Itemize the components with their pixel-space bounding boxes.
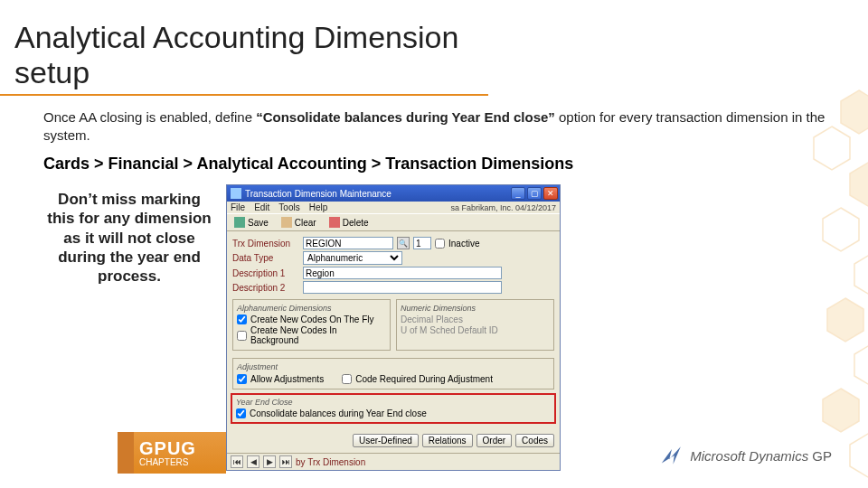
microsoft-dynamics-logo: Microsoft Dynamics GP	[659, 443, 832, 468]
svg-marker-0	[841, 90, 868, 134]
create-fly-checkbox[interactable]	[237, 314, 247, 324]
body-bold: “Consolidate balances during Year End cl…	[256, 109, 559, 125]
menu-edit[interactable]: Edit	[254, 202, 269, 212]
adjustment-title: Adjustment	[237, 362, 550, 371]
trx-dimension-label: Trx Dimension	[232, 239, 299, 249]
create-bg-checkbox[interactable]	[237, 331, 247, 341]
menu-help[interactable]: Help	[309, 202, 328, 212]
gpug-small: CHAPTERS	[139, 457, 226, 467]
clear-label: Clear	[295, 218, 316, 228]
clear-icon	[281, 217, 292, 228]
order-button[interactable]: Order	[476, 434, 513, 447]
menubar: File Edit Tools Help sa Fabrikam, Inc. 0…	[227, 202, 560, 213]
pager-label: by Trx Dimension	[296, 457, 365, 467]
delete-button[interactable]: Delete	[326, 216, 373, 229]
nav-first-letter: C	[43, 155, 55, 173]
delete-label: Delete	[343, 218, 369, 228]
menu-file[interactable]: File	[231, 202, 245, 212]
save-button[interactable]: Save	[231, 216, 272, 229]
inactive-label: Inactive	[448, 239, 479, 249]
relations-button[interactable]: Relations	[422, 434, 473, 447]
allow-adjustments-checkbox[interactable]	[237, 374, 247, 384]
adjustment-groupbox: Adjustment Allow Adjustments Code Requir…	[232, 358, 554, 389]
nav-rest: ards > Financial > Analytical Accounting…	[55, 155, 573, 173]
consolidate-label: Consolidate balances during Year End clo…	[250, 408, 427, 418]
body-pre: Once AA closing is enabled, define	[43, 109, 256, 125]
delete-icon	[329, 217, 340, 228]
data-type-select[interactable]: Alphanumeric	[303, 251, 402, 265]
menu-tools[interactable]: Tools	[278, 202, 299, 212]
decimal-places-label: Decimal Places	[401, 314, 463, 324]
window-title: Transaction Dimension Maintenance	[245, 189, 392, 199]
dialog-window: Transaction Dimension Maintenance _ ▢ ✕ …	[226, 184, 561, 471]
pager-last-icon[interactable]: ⏭	[279, 455, 292, 468]
pager-next-icon[interactable]: ▶	[263, 455, 276, 468]
titlebar: Transaction Dimension Maintenance _ ▢ ✕	[227, 185, 560, 202]
dynamics-icon	[659, 443, 684, 468]
yec-title: Year End Close	[236, 398, 551, 407]
description1-field[interactable]	[303, 267, 502, 279]
codes-button[interactable]: Codes	[515, 434, 554, 447]
close-button[interactable]: ✕	[543, 187, 558, 200]
slide-title: Analytical Accounting Dimension setup	[0, 0, 488, 96]
nav-path: Cards > Financial > Analytical Accountin…	[43, 155, 868, 174]
gpug-big: GPUG	[139, 439, 226, 457]
ms-suffix: GP	[808, 448, 832, 464]
toolbar: Save Clear Delete	[227, 213, 560, 231]
code-required-checkbox[interactable]	[342, 374, 352, 384]
uom-default-label: U of M Sched Default ID	[401, 325, 498, 335]
pager-prev-icon[interactable]: ◀	[247, 455, 259, 468]
callout-text: Don’t miss marking this for any dimensio…	[43, 184, 215, 471]
data-type-label: Data Type	[232, 253, 299, 263]
slide-body: Once AA closing is enabled, define “Cons…	[43, 108, 830, 144]
bottom-button-row: User-Defined Relations Order Codes	[227, 430, 560, 453]
highlighted-section: Year End Close Consolidate balances duri…	[231, 393, 556, 424]
minimize-button[interactable]: _	[511, 187, 525, 200]
save-label: Save	[248, 218, 269, 228]
description2-field[interactable]	[303, 281, 502, 294]
code-required-label: Code Required During Adjustment	[355, 374, 493, 384]
create-bg-label: Create New Codes In Background	[250, 325, 386, 345]
trx-dimension-field[interactable]	[303, 237, 393, 249]
description1-label: Description 1	[232, 268, 299, 278]
numeric-group-title: Numeric Dimensions	[401, 304, 550, 313]
sequence-field[interactable]	[413, 237, 431, 249]
pager: ⏮ ◀ ▶ ⏭ by Trx Dimension	[227, 453, 560, 470]
clear-button[interactable]: Clear	[278, 216, 320, 229]
ms-name: Microsoft Dynamics	[690, 448, 808, 464]
save-icon	[234, 217, 245, 228]
status-text: sa Fabrikam, Inc. 04/12/2017	[450, 203, 556, 212]
user-defined-button[interactable]: User-Defined	[353, 434, 419, 447]
alpha-groupbox: Alphanumeric Dimensions Create New Codes…	[232, 299, 391, 351]
alpha-group-title: Alphanumeric Dimensions	[237, 304, 386, 313]
create-fly-label: Create New Codes On The Fly	[250, 314, 374, 324]
numeric-groupbox: Numeric Dimensions Decimal Places U of M…	[396, 299, 554, 351]
pager-first-icon[interactable]: ⏮	[231, 455, 243, 468]
gpug-logo: GPUG CHAPTERS	[118, 432, 226, 474]
description2-label: Description 2	[232, 283, 299, 293]
lookup-icon[interactable]: 🔍	[397, 237, 410, 249]
inactive-checkbox[interactable]	[435, 239, 445, 249]
consolidate-checkbox[interactable]	[236, 408, 246, 418]
maximize-button[interactable]: ▢	[527, 187, 542, 200]
allow-adjustments-label: Allow Adjustments	[250, 374, 324, 384]
window-icon	[231, 188, 241, 199]
